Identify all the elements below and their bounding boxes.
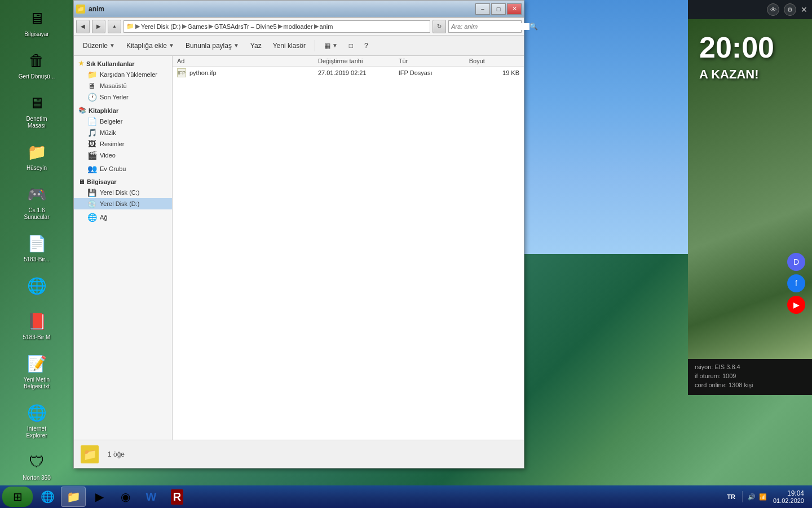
documents-icon: 📄	[87, 117, 96, 125]
widget-close-button[interactable]: ✕	[801, 5, 807, 14]
sidebar-computer-header[interactable]: 🖥 Bilgisayar	[74, 177, 172, 187]
sidebar-item-music[interactable]: 🎵 Müzik	[74, 127, 172, 138]
widget-gear-button[interactable]: ⚙	[784, 3, 796, 16]
refresh-button[interactable]: ↻	[433, 20, 446, 33]
taskbar-app-rar[interactable]: R	[165, 487, 189, 507]
tray-icons: 🔊 📶	[747, 492, 767, 501]
new-folder-button[interactable]: Yeni klasör	[268, 40, 310, 51]
desktop-icon-denetim[interactable]: 🖥 Denetim Masası	[14, 87, 59, 134]
sidebar-item-homegroup[interactable]: 👥 Ev Grubu	[74, 163, 172, 174]
media-taskbar-icon: ▶	[95, 490, 104, 503]
sidebar-item-downloads[interactable]: 📁 Karşıdan Yüklemeler	[74, 69, 172, 80]
explorer-taskbar-icon: 📁	[67, 490, 81, 503]
desktop-folder-icon: 🖥	[87, 82, 96, 90]
desktop-icon-notepad[interactable]: 📝 Yeni Metin Belgesi.txt	[14, 348, 59, 395]
library-button[interactable]: Kitaplığa ekle ▼	[122, 40, 179, 51]
widget-bottom: rsiyon: EIS 3.8.4 if oturum: 1009 cord o…	[688, 359, 812, 395]
pictures-icon: 🖼	[87, 140, 96, 148]
col-header-type[interactable]: Tür	[399, 58, 469, 64]
sidebar-item-drive-d[interactable]: 💿 Yerel Disk (D:)	[74, 198, 172, 209]
desktop-icon-chrome[interactable]: 🌐	[14, 270, 59, 303]
desktop-icon-ie[interactable]: 🌐 Internet Explorer	[14, 397, 59, 444]
taskbar-app-media[interactable]: ▶	[87, 487, 112, 507]
preview-button[interactable]: □	[345, 40, 358, 51]
maximize-button[interactable]: □	[491, 3, 506, 15]
rar-taskbar-icon: R	[171, 489, 183, 505]
notepad-icon: 📝	[25, 352, 48, 375]
sidebar-libraries-header[interactable]: 📚 Kitaplıklar	[74, 105, 172, 116]
forward-button[interactable]: ▶	[92, 20, 105, 33]
col-header-name[interactable]: Ad	[177, 58, 318, 64]
desktop-icon-5183[interactable]: 📄 5183-Bir...	[14, 227, 59, 268]
youtube-button[interactable]: ▶	[787, 296, 805, 314]
views-button[interactable]: ▦ ▼	[320, 40, 342, 51]
address-path[interactable]: 📁 ▶ Yerel Disk (D:) ▶ Games ▶ GTASAdrsTr…	[123, 20, 430, 33]
sidebar-homegroup-section: 👥 Ev Grubu	[74, 163, 172, 174]
desktop-icon-norton[interactable]: 🛡 Norton 360	[14, 446, 59, 486]
desktop-icon-cs16[interactable]: 🎮 Cs 1.6 Sunucular	[14, 178, 59, 225]
desktop-icon-adobe-pdf[interactable]: 📕 5183-Bir M	[14, 305, 59, 345]
up-button[interactable]: ▲	[108, 20, 121, 33]
file-name: python.ifp	[189, 69, 217, 76]
tray-network-icon[interactable]: 📶	[758, 492, 767, 501]
taskbar-apps: 🌐 📁 ▶ ◉ W R	[35, 487, 725, 507]
taskbar-app-word[interactable]: W	[139, 487, 164, 507]
desktop-icon-huseyin[interactable]: 📁 Hüseyin	[14, 136, 59, 176]
cs16-label: Cs 1.6 Sunucular	[16, 207, 57, 221]
sidebar-item-pictures[interactable]: 🖼 Resimler	[74, 138, 172, 150]
sidebar-item-drive-c[interactable]: 💾 Yerel Disk (C:)	[74, 187, 172, 198]
sidebar-libraries-section: 📚 Kitaplıklar 📄 Belgeler 🎵 Müzik 🖼 Resim…	[74, 105, 172, 161]
explorer-window: 📁 anim − □ ✕ ◀ ▶ ▲ 📁 ▶ Yerel Disk (D:) ▶…	[73, 0, 524, 468]
sidebar-favorites-header[interactable]: ★ Sık Kullanılanlar	[74, 58, 172, 69]
desktop-icon-bilgisayar[interactable]: 🖥 Bilgisayar	[14, 2, 59, 42]
start-button[interactable]: ⊞	[2, 487, 33, 507]
chrome-taskbar-icon: ◉	[121, 490, 130, 503]
help-button[interactable]: ?	[360, 40, 373, 51]
sidebar-item-network[interactable]: 🌐 Ağ	[74, 212, 172, 223]
pdf-icon: 📕	[25, 310, 48, 332]
file-type: IFP Dosyası	[399, 69, 469, 76]
taskbar-app-explorer[interactable]: 📁	[61, 487, 86, 507]
table-row[interactable]: IFP python.ifp 27.01.2019 02:21 IFP Dosy…	[173, 67, 524, 79]
minimize-button[interactable]: −	[475, 3, 490, 15]
widget-image: 20:00 A KAZAN! D f ▶	[688, 19, 812, 359]
status-item-count: 1 öğe	[108, 450, 125, 458]
word-taskbar-icon: W	[146, 491, 157, 503]
discord-button[interactable]: D	[787, 253, 805, 271]
taskbar-clock[interactable]: 19:04 01.02.2020	[770, 488, 807, 505]
widget-time: 20:00	[699, 30, 774, 64]
tray-volume-icon[interactable]: 🔊	[747, 492, 756, 501]
share-dropdown-arrow: ▼	[233, 42, 239, 49]
sidebar-item-videos[interactable]: 🎬 Video	[74, 150, 172, 161]
col-header-size[interactable]: Boyut	[469, 58, 519, 64]
widget-slogan: A KAZAN!	[699, 67, 759, 82]
taskbar-app-chrome[interactable]: ◉	[113, 487, 138, 507]
organize-button[interactable]: Düzenle ▼	[78, 40, 120, 51]
recycle-label: Geri Dönüşü...	[19, 73, 55, 80]
widget-eye-button[interactable]: 👁	[767, 3, 779, 16]
col-header-date[interactable]: Değiştirme tarihi	[318, 58, 399, 64]
search-box[interactable]: 🔍	[448, 20, 522, 33]
videos-icon: 🎬	[87, 151, 96, 159]
huseyin-icon: 📁	[25, 141, 48, 163]
facebook-button[interactable]: f	[787, 274, 805, 292]
recycle-icon: 🗑	[25, 49, 48, 72]
views-dropdown-arrow: ▼	[332, 42, 338, 49]
sidebar-item-documents[interactable]: 📄 Belgeler	[74, 116, 172, 127]
back-button[interactable]: ◀	[76, 20, 90, 33]
taskbar-divider	[742, 491, 743, 502]
sidebar-item-recent[interactable]: 🕐 Son Yerler	[74, 91, 172, 103]
search-input[interactable]	[451, 23, 529, 30]
file-date: 27.01.2019 02:21	[318, 69, 399, 76]
sidebar-item-desktop[interactable]: 🖥 Masaüstü	[74, 80, 172, 91]
network-icon: 🌐	[87, 213, 96, 221]
desktop-icon-recycle[interactable]: 🗑 Geri Dönüşü...	[14, 45, 59, 85]
organize-dropdown-arrow: ▼	[109, 42, 115, 49]
share-button[interactable]: Bununla paylaş ▼	[181, 40, 244, 51]
taskbar-app-ie[interactable]: 🌐	[35, 487, 60, 507]
bilgisayar-label: Bilgisayar	[24, 31, 48, 38]
burn-button[interactable]: Yaz	[246, 40, 266, 51]
close-button[interactable]: ✕	[507, 3, 522, 15]
denetim-label: Denetim Masası	[16, 116, 57, 129]
5183-icon: 📄	[25, 232, 48, 255]
